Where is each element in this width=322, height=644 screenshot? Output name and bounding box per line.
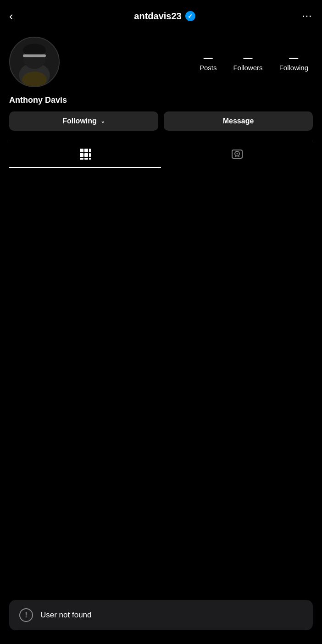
following-label: Following: [279, 64, 308, 72]
followers-stat[interactable]: — Followers: [233, 52, 262, 72]
error-message: User not found: [40, 611, 92, 620]
svg-rect-8: [89, 149, 91, 152]
svg-rect-7: [84, 149, 88, 152]
grid-icon: [79, 148, 92, 161]
svg-rect-10: [84, 153, 88, 157]
message-button-label: Message: [223, 117, 254, 125]
profile-name: Anthony Davis: [9, 95, 313, 105]
following-button-label: Following: [62, 117, 97, 125]
back-button[interactable]: ‹: [9, 9, 28, 23]
svg-point-17: [236, 153, 238, 155]
svg-rect-4: [23, 55, 46, 57]
followers-count: —: [244, 52, 253, 63]
svg-rect-12: [80, 158, 83, 160]
svg-rect-14: [89, 158, 91, 160]
message-button[interactable]: Message: [164, 111, 313, 131]
stats-row: — Posts — Followers — Following: [73, 52, 313, 72]
more-options-button[interactable]: ⋯: [302, 10, 313, 22]
svg-rect-13: [84, 158, 88, 160]
following-count: —: [289, 52, 298, 63]
svg-rect-6: [80, 149, 83, 152]
posts-count: —: [204, 52, 213, 63]
followers-label: Followers: [233, 64, 262, 72]
posts-stat[interactable]: — Posts: [200, 52, 217, 72]
tagged-icon: [231, 148, 244, 161]
tab-tagged[interactable]: [161, 141, 313, 168]
error-toast: ! User not found: [9, 600, 313, 630]
error-icon: !: [19, 608, 33, 622]
header-username: antdavis23: [134, 11, 181, 22]
verified-badge-icon: ✓: [185, 11, 195, 21]
action-buttons: Following ⌄ Message: [9, 111, 313, 131]
tab-grid[interactable]: [9, 141, 161, 168]
following-button[interactable]: Following ⌄: [9, 111, 158, 131]
avatar: [9, 37, 60, 87]
following-stat[interactable]: — Following: [279, 52, 308, 72]
svg-rect-11: [89, 153, 91, 157]
header: ‹ antdavis23 ✓ ⋯: [0, 0, 322, 32]
tab-bar: [9, 141, 313, 168]
profile-top: — Posts — Followers — Following: [9, 37, 313, 87]
posts-label: Posts: [200, 64, 217, 72]
svg-point-3: [23, 44, 46, 56]
content-area: [0, 168, 322, 489]
username-wrap: antdavis23 ✓: [134, 11, 195, 22]
profile-section: — Posts — Followers — Following Anthony …: [0, 32, 322, 168]
chevron-down-icon: ⌄: [100, 118, 105, 124]
svg-rect-9: [80, 153, 83, 157]
